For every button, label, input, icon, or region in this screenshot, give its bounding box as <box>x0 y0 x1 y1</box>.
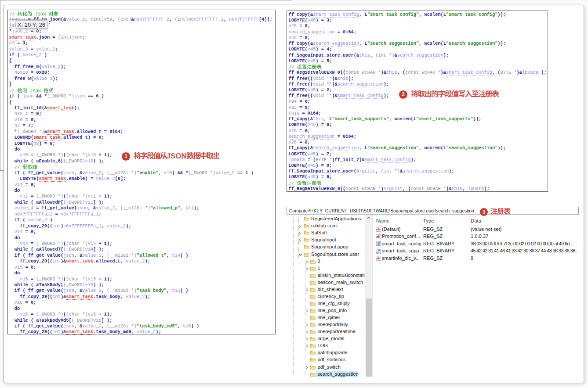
svg-text:011: 011 <box>376 244 381 246</box>
svg-text:011: 011 <box>376 251 381 254</box>
